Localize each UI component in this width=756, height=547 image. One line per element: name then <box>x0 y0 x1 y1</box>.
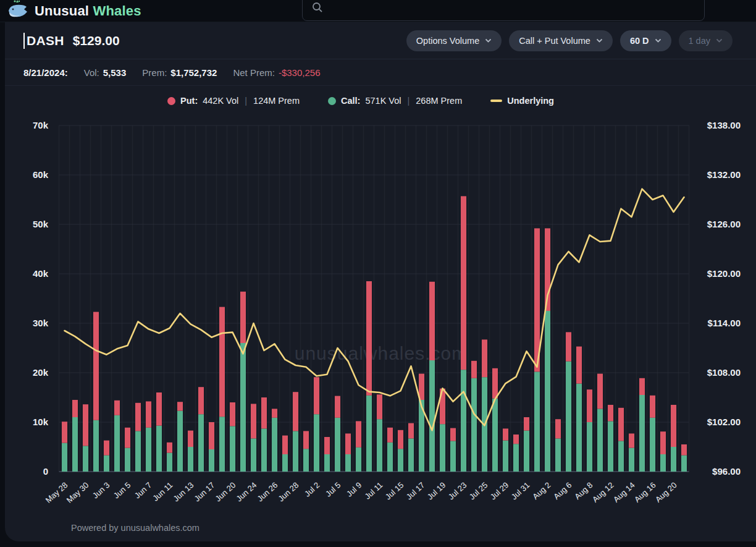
put-bar[interactable] <box>408 423 414 439</box>
call-bar[interactable] <box>62 443 67 472</box>
put-bar[interactable] <box>83 404 88 446</box>
put-bar[interactable] <box>461 196 466 370</box>
call-bar[interactable] <box>618 441 624 472</box>
options-volume-chart[interactable]: 010k20k30k40k50k60k70k$96.00$102.00$108.… <box>0 87 756 525</box>
put-bar[interactable] <box>156 392 162 426</box>
put-bar[interactable] <box>167 443 172 453</box>
call-bar[interactable] <box>104 456 109 472</box>
put-bar[interactable] <box>93 312 99 420</box>
call-bar[interactable] <box>356 447 361 472</box>
call-put-volume-dropdown[interactable]: Call + Put Volume <box>509 30 613 51</box>
powered-by-link[interactable]: Powered by unusualwhales.com <box>71 523 200 533</box>
put-bar[interactable] <box>387 428 393 443</box>
call-bar[interactable] <box>566 362 571 472</box>
put-bar[interactable] <box>125 428 130 448</box>
call-bar[interactable] <box>314 414 319 472</box>
call-bar[interactable] <box>114 415 120 472</box>
call-bar[interactable] <box>545 311 550 472</box>
put-bar[interactable] <box>188 431 193 447</box>
put-bar[interactable] <box>671 405 676 447</box>
put-bar[interactable] <box>608 405 613 421</box>
put-bar[interactable] <box>356 421 361 447</box>
call-bar[interactable] <box>146 428 151 472</box>
put-bar[interactable] <box>282 436 288 454</box>
put-bar[interactable] <box>513 435 519 444</box>
put-bar[interactable] <box>618 408 624 441</box>
call-bar[interactable] <box>125 448 130 472</box>
put-bar[interactable] <box>135 403 141 431</box>
call-bar[interactable] <box>461 370 466 472</box>
call-bar[interactable] <box>219 417 225 472</box>
call-bar[interactable] <box>650 418 655 472</box>
put-bar[interactable] <box>261 397 267 428</box>
put-bar[interactable] <box>660 431 666 454</box>
date-range-dropdown[interactable]: 60 D <box>620 30 671 51</box>
call-bar[interactable] <box>576 384 582 472</box>
put-bar[interactable] <box>324 437 330 454</box>
put-bar[interactable] <box>293 392 298 431</box>
call-bar[interactable] <box>156 426 162 472</box>
call-bar[interactable] <box>335 418 340 472</box>
put-bar[interactable] <box>566 332 571 361</box>
call-bar[interactable] <box>387 443 393 472</box>
call-bar[interactable] <box>188 447 193 472</box>
call-bar[interactable] <box>251 438 256 472</box>
put-bar[interactable] <box>524 417 529 431</box>
call-bar[interactable] <box>303 449 309 472</box>
call-bar[interactable] <box>177 411 183 472</box>
call-bar[interactable] <box>135 431 141 472</box>
put-bar[interactable] <box>587 389 592 422</box>
put-bar[interactable] <box>72 400 78 417</box>
call-bar[interactable] <box>209 449 214 472</box>
put-bar[interactable] <box>335 396 340 418</box>
call-bar[interactable] <box>282 454 288 472</box>
call-bar[interactable] <box>513 444 519 472</box>
call-bar[interactable] <box>492 399 498 472</box>
call-bar[interactable] <box>272 418 277 472</box>
call-bar[interactable] <box>671 447 676 472</box>
put-bar[interactable] <box>681 444 687 456</box>
call-bar[interactable] <box>261 428 267 472</box>
call-bar[interactable] <box>681 456 687 472</box>
call-bar[interactable] <box>198 414 204 472</box>
put-bar[interactable] <box>576 347 582 384</box>
call-bar[interactable] <box>555 438 561 472</box>
call-bar[interactable] <box>524 431 529 472</box>
put-bar[interactable] <box>366 281 372 396</box>
call-bar[interactable] <box>377 419 382 472</box>
call-bar[interactable] <box>597 409 603 472</box>
call-bar[interactable] <box>83 446 88 472</box>
put-bar[interactable] <box>345 433 351 454</box>
call-bar[interactable] <box>230 426 235 472</box>
put-bar[interactable] <box>209 422 214 449</box>
put-bar[interactable] <box>177 402 183 410</box>
put-bar[interactable] <box>450 428 456 441</box>
call-bar[interactable] <box>366 396 372 472</box>
call-bar[interactable] <box>440 424 445 472</box>
put-bar[interactable] <box>629 433 634 447</box>
call-bar[interactable] <box>293 431 298 472</box>
chart-area[interactable]: 010k20k30k40k50k60k70k$96.00$102.00$108.… <box>0 87 756 525</box>
put-bar[interactable] <box>240 292 246 343</box>
call-bar[interactable] <box>345 454 351 472</box>
call-bar[interactable] <box>429 360 435 472</box>
put-bar[interactable] <box>114 401 120 415</box>
put-bar[interactable] <box>555 419 561 438</box>
put-bar[interactable] <box>314 377 319 414</box>
put-bar[interactable] <box>219 307 225 417</box>
call-bar[interactable] <box>167 453 172 472</box>
call-bar[interactable] <box>408 438 414 472</box>
call-bar[interactable] <box>587 422 592 472</box>
put-bar[interactable] <box>146 401 151 427</box>
put-bar[interactable] <box>198 387 204 414</box>
search-bar[interactable] <box>302 0 705 21</box>
call-bar[interactable] <box>240 343 246 472</box>
call-bar[interactable] <box>639 395 645 472</box>
put-bar[interactable] <box>597 374 603 409</box>
put-bar[interactable] <box>429 282 435 360</box>
call-bar[interactable] <box>72 417 78 472</box>
call-bar[interactable] <box>660 454 666 472</box>
put-bar[interactable] <box>650 396 655 418</box>
call-bar[interactable] <box>398 449 403 472</box>
put-bar[interactable] <box>272 409 277 417</box>
